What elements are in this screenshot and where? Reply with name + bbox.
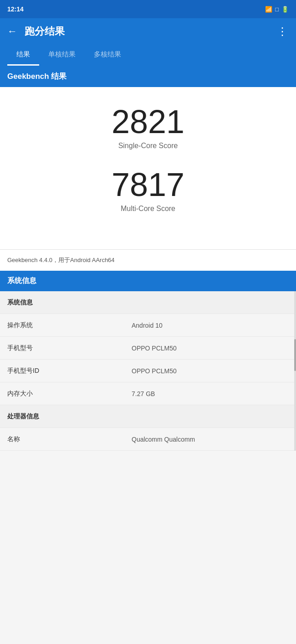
info-key: 系统信息 <box>0 291 124 314</box>
tab-single-core[interactable]: 单核结果 <box>39 45 85 66</box>
table-row: 内存大小7.27 GB <box>0 382 296 405</box>
info-key: 处理器信息 <box>0 405 124 428</box>
geekbench-info-line: Geekbench 4.4.0，用于Android AArch64 <box>0 249 296 271</box>
battery-icon: 🔋 <box>281 6 289 13</box>
single-core-score: 2821 <box>9 105 287 138</box>
table-row: 手机型号OPPO PCLM50 <box>0 337 296 360</box>
signal-icon: □ <box>275 6 279 13</box>
system-info-table: 系统信息操作系统Android 10手机型号OPPO PCLM50手机型号IDO… <box>0 291 296 451</box>
tab-multi-core[interactable]: 多核结果 <box>85 45 130 66</box>
multi-core-label: Multi-Core Score <box>9 205 287 213</box>
table-row: 处理器信息 <box>0 405 296 428</box>
info-key: 手机型号 <box>0 337 124 359</box>
page-title: 跑分结果 <box>25 25 65 38</box>
status-time: 12:14 <box>7 5 24 13</box>
geekbench-header: Geekbench 结果 <box>0 66 296 87</box>
table-row: 手机型号IDOPPO PCLM50 <box>0 360 296 382</box>
top-bar-left: ← 跑分结果 <box>7 25 65 38</box>
multi-core-block: 7817 Multi-Core Score <box>9 168 287 213</box>
scrollbar-track <box>294 291 296 451</box>
single-core-block: 2821 Single-Core Score <box>9 105 287 150</box>
info-key: 名称 <box>0 428 124 450</box>
wifi-icon: 📶 <box>265 6 272 13</box>
score-area: 2821 Single-Core Score 7817 Multi-Core S… <box>0 87 296 249</box>
system-info-rows: 系统信息操作系统Android 10手机型号OPPO PCLM50手机型号IDO… <box>0 291 296 451</box>
info-key: 操作系统 <box>0 314 124 336</box>
table-row: 系统信息 <box>0 291 296 314</box>
info-value: Qualcomm Qualcomm <box>124 428 296 450</box>
multi-core-score: 7817 <box>9 168 287 201</box>
menu-button[interactable]: ⋮ <box>277 25 289 38</box>
info-key: 内存大小 <box>0 382 124 405</box>
info-key: 手机型号ID <box>0 360 124 382</box>
scrollbar-thumb <box>294 339 296 371</box>
info-value: OPPO PCLM50 <box>124 360 296 382</box>
info-value: OPPO PCLM50 <box>124 337 296 359</box>
info-value: 7.27 GB <box>124 382 296 405</box>
single-core-label: Single-Core Score <box>9 142 287 150</box>
table-row: 操作系统Android 10 <box>0 314 296 337</box>
status-bar: 12:14 📶 □ 🔋 <box>0 0 296 18</box>
info-value <box>124 291 296 314</box>
system-info-header: 系统信息 <box>0 271 296 291</box>
info-value <box>124 405 296 428</box>
tab-results[interactable]: 结果 <box>7 45 39 66</box>
info-value: Android 10 <box>124 314 296 336</box>
back-button[interactable]: ← <box>7 26 17 37</box>
status-icons: 📶 □ 🔋 <box>265 6 289 13</box>
tab-bar: 结果 单核结果 多核结果 <box>0 45 296 66</box>
top-bar: ← 跑分结果 ⋮ <box>0 18 296 45</box>
table-row: 名称Qualcomm Qualcomm <box>0 428 296 451</box>
